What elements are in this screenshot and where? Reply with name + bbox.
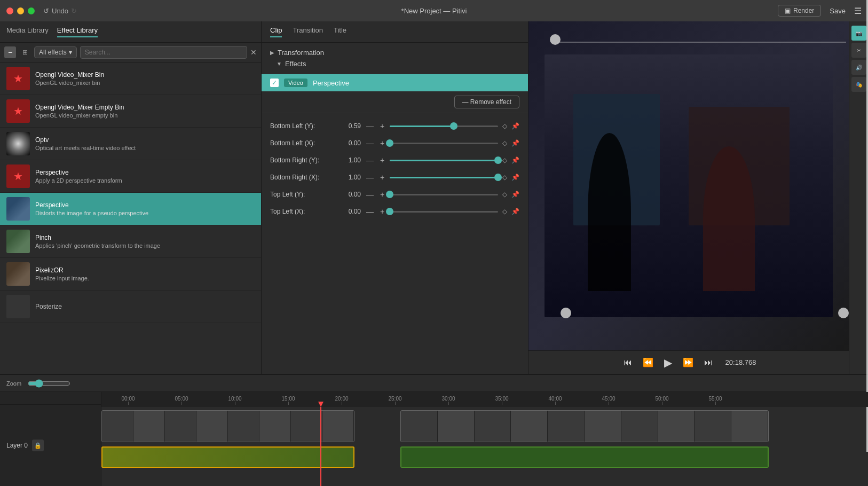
effect-name: Optv	[35, 136, 136, 144]
list-item[interactable]: Pinch Applies 'pinch' geometric transfor…	[0, 225, 261, 258]
save-button[interactable]: Save	[830, 7, 846, 15]
param-increase-button[interactable]: +	[379, 190, 385, 199]
param-increase-button[interactable]: +	[379, 173, 385, 182]
param-increase-button[interactable]: +	[379, 139, 385, 147]
param-slider[interactable]	[390, 138, 498, 148]
pin-icon[interactable]: 📌	[511, 191, 519, 198]
undo-button[interactable]: ↺ Undo ↻	[43, 7, 77, 15]
perspective-handle-bl[interactable]	[561, 308, 571, 318]
tab-effect-library[interactable]: Effect Library	[57, 26, 98, 37]
tab-media-library[interactable]: Media Library	[6, 26, 49, 37]
param-slider[interactable]	[390, 189, 498, 200]
keyframe-diamond-icon[interactable]: ◇	[502, 208, 507, 215]
perspective-handle-br[interactable]	[838, 308, 849, 318]
list-item[interactable]: Optv Optical art meets real-time video e…	[0, 128, 261, 160]
zoom-slider[interactable]	[28, 379, 70, 388]
ruler-mark: 10:00	[208, 396, 262, 405]
tab-transition[interactable]: Transition	[293, 26, 323, 37]
timeline-area: Zoom Layer 0 🔒 00:00 05:00	[0, 374, 868, 486]
param-decrease-button[interactable]: —	[365, 139, 375, 147]
param-decrease-button[interactable]: —	[365, 173, 375, 182]
pin-icon[interactable]: 📌	[511, 208, 519, 215]
tree-transformation[interactable]: ▶ Transformation	[262, 47, 528, 58]
sidebar-cut-icon[interactable]: ✂	[851, 43, 866, 58]
param-slider[interactable]	[390, 121, 498, 131]
tree-effects[interactable]: ▼ Effects	[262, 58, 528, 69]
effect-thumbnail	[6, 197, 30, 221]
pin-icon[interactable]: 📌	[511, 156, 519, 164]
selected-effect-name: Perspective	[313, 79, 349, 87]
timeline-right[interactable]: 00:00 05:00 10:00 15:00	[101, 392, 868, 486]
list-item[interactable]: PixelizOR Pixelize input image.	[0, 258, 261, 291]
keyframe-diamond-icon[interactable]: ◇	[502, 139, 507, 147]
list-item[interactable]: ★ Opengl Video_Mixer Empty Bin OpenGL vi…	[0, 95, 261, 128]
filter-dropdown[interactable]: All effects ▾	[34, 46, 77, 58]
sidebar-effect-icon[interactable]: 🎭	[851, 77, 866, 92]
search-input[interactable]	[80, 46, 247, 59]
window-controls	[6, 7, 35, 14]
clear-search-button[interactable]: ✕	[250, 48, 257, 57]
rewind-start-button[interactable]: ⏮	[621, 356, 634, 370]
effect-desc: Apply a 2D perspective transform	[35, 177, 122, 184]
collapse-button[interactable]: −	[4, 46, 16, 58]
keyframe-diamond-icon[interactable]: ◇	[502, 191, 507, 198]
dropdown-arrow-icon: ▾	[69, 49, 72, 56]
param-slider[interactable]	[390, 172, 498, 183]
effect-desc: OpenGL video_mixer bin	[35, 80, 104, 86]
ruler-mark: 25:00	[368, 396, 422, 405]
ruler-mark: 35:00	[475, 396, 528, 405]
pin-icon[interactable]: 📌	[511, 174, 519, 181]
param-decrease-button[interactable]: —	[365, 156, 375, 164]
tab-clip[interactable]: Clip	[270, 26, 282, 37]
layer-lock-button[interactable]: 🔒	[32, 440, 44, 451]
keyframe-diamond-icon[interactable]: ◇	[502, 122, 507, 130]
play-button[interactable]: ▶	[662, 354, 674, 371]
clip-segment[interactable]	[400, 410, 769, 442]
timeline-body: Layer 0 🔒 00:00 05:00 10:00	[0, 392, 868, 486]
audio-segment[interactable]	[101, 446, 354, 468]
param-decrease-button[interactable]: —	[365, 207, 375, 216]
param-slider[interactable]	[390, 155, 498, 166]
list-item[interactable]: Perspective Distorts the image for a pse…	[0, 193, 261, 225]
pin-icon[interactable]: 📌	[511, 122, 519, 130]
playhead[interactable]	[320, 407, 321, 486]
param-decrease-button[interactable]: —	[365, 190, 375, 199]
close-button[interactable]	[6, 7, 13, 14]
rewind-button[interactable]: ⏪	[641, 355, 656, 370]
param-slider[interactable]	[390, 206, 498, 217]
param-increase-button[interactable]: +	[379, 207, 385, 216]
remove-effect-button[interactable]: — Remove effect	[454, 96, 519, 108]
list-item[interactable]: ★ Opengl Video_Mixer Bin OpenGL video_mi…	[0, 62, 261, 95]
maximize-button[interactable]	[28, 7, 35, 14]
list-item[interactable]: Posterize	[0, 291, 261, 323]
param-decrease-button[interactable]: —	[365, 122, 375, 130]
forward-end-button[interactable]: ⏭	[702, 356, 715, 370]
effect-thumbnail	[6, 262, 30, 286]
filter-row: − ⊞ All effects ▾ ✕	[0, 43, 261, 62]
list-item[interactable]: ★ Perspective Apply a 2D perspective tra…	[0, 160, 261, 193]
menu-icon[interactable]: ☰	[854, 6, 862, 16]
effect-desc: Applies 'pinch' geometric transform to t…	[35, 242, 160, 249]
minimize-button[interactable]	[17, 7, 24, 14]
effect-thumbnail	[6, 132, 30, 155]
forward-button[interactable]: ⏩	[681, 355, 696, 370]
param-label: Bottom Right (X):	[270, 174, 334, 181]
sidebar-audio-icon[interactable]: 🔊	[851, 60, 866, 75]
perspective-handle-tl[interactable]	[550, 34, 561, 45]
layer-name: Layer 0	[6, 442, 28, 449]
keyframe-diamond-icon[interactable]: ◇	[502, 174, 507, 181]
param-increase-button[interactable]: +	[379, 122, 385, 130]
tab-title[interactable]: Title	[334, 26, 346, 37]
pin-icon[interactable]: 📌	[511, 139, 519, 147]
effect-enabled-checkbox[interactable]: ✓	[270, 79, 279, 87]
effect-name: Posterize	[35, 303, 62, 310]
audio-segment[interactable]	[400, 446, 769, 468]
render-button[interactable]: ▣ Render	[778, 5, 821, 17]
param-increase-button[interactable]: +	[379, 156, 385, 164]
grid-view-button[interactable]: ⊞	[19, 46, 31, 58]
timeline-left: Layer 0 🔒	[0, 392, 101, 486]
keyframe-diamond-icon[interactable]: ◇	[502, 156, 507, 164]
clip-segment[interactable]	[101, 410, 354, 442]
sidebar-clip-icon[interactable]: 📷	[851, 26, 866, 41]
effect-desc: Pixelize input image.	[35, 275, 89, 281]
